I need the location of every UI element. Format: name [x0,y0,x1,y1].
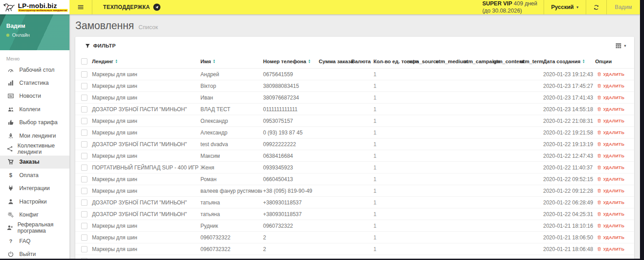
row-checkbox[interactable] [81,95,87,101]
cell-utm-medium [435,139,462,150]
delete-button[interactable]: УДАЛИТЬ [595,222,626,229]
row-checkbox[interactable] [81,153,87,159]
sidebar-item[interactable]: Конфиг [0,208,69,221]
sidebar-item[interactable]: Настройки [0,195,69,208]
delete-button[interactable]: УДАЛИТЬ [595,211,626,217]
sidebar-item[interactable]: Рабочий стол [0,63,69,76]
sidebar-item[interactable]: $ Оплата [0,169,69,182]
cell-currency [350,80,373,92]
delete-button[interactable]: УДАЛИТЬ [595,106,626,113]
page-subtitle: Список [138,24,158,30]
sidebar-item[interactable]: ? FAQ [0,234,69,247]
language-select[interactable]: Русский ▾ [544,0,586,14]
cell-utm-source [409,139,435,150]
cell-quantity: 1 [372,173,409,185]
column-header[interactable]: Лендинг ▲▼ [91,55,199,69]
table-row: Маркеры для шин Максим 0638416684 1 202 [75,150,634,162]
support-button[interactable]: ТЕХПОДДЕРЖКА [92,0,169,14]
table-row: Маркеры для шин Віктор 380988083415 1 2 [75,80,634,92]
column-settings-button[interactable]: ▾ [614,41,628,51]
delete-button[interactable]: УДАЛИТЬ [595,71,626,78]
column-header[interactable]: utm_term ▲▼ [519,55,542,69]
row-checkbox[interactable] [81,234,87,241]
row-checkbox[interactable] [81,141,87,147]
sidebar-item[interactable]: Коллеги [0,103,69,116]
sidebar-item[interactable]: Интеграции [0,182,69,195]
sidebar-item[interactable]: Реферальная программа [0,221,69,234]
sidebar-item[interactable]: Коллективные лендинги [0,142,69,155]
sort-icon: ▲▼ [115,59,118,64]
row-checkbox[interactable] [81,130,87,136]
trash-icon [597,188,601,193]
cell-phone: 0939345923 [262,162,318,173]
row-checkbox[interactable] [81,188,87,194]
row-checkbox[interactable] [81,223,87,229]
sidebar-item[interactable]: Заказы [0,156,69,169]
delete-button[interactable]: УДАЛИТЬ [595,187,626,194]
refresh-button[interactable] [586,0,606,14]
sort-icon: ▲▼ [213,59,216,64]
delete-button[interactable]: УДАЛИТЬ [595,246,626,252]
row-checkbox[interactable] [81,176,87,182]
delete-label: УДАЛИТЬ [603,223,624,228]
select-all-checkbox[interactable] [81,58,87,65]
hamburger-icon [77,4,84,11]
delete-button[interactable]: УДАЛИТЬ [595,164,626,171]
sidebar-item[interactable]: Выбор тарифа [0,116,69,129]
delete-button[interactable]: УДАЛИТЬ [595,94,626,101]
delete-button[interactable]: УДАЛИТЬ [595,199,626,206]
cell-phone: +380930118537 [262,197,318,208]
column-header[interactable]: Сумма заказа ▲▼ [318,55,350,69]
row-checkbox[interactable] [81,165,87,171]
row-checkbox[interactable] [81,118,87,124]
sidebar-item[interactable]: Выйти [0,247,69,260]
delete-button[interactable]: УДАЛИТЬ [595,176,626,182]
row-checkbox[interactable] [81,211,87,217]
topbar-username[interactable]: Вадим [607,0,640,14]
scrollbar[interactable] [640,0,644,260]
column-header[interactable]: Валюта ▲▼ [350,55,373,69]
trash-icon [597,153,601,158]
filter-button[interactable]: ФИЛЬТР [85,43,116,48]
delete-button[interactable]: УДАЛИТЬ [595,141,626,147]
delete-label: УДАЛИТЬ [603,235,624,240]
row-checkbox[interactable] [81,71,87,78]
sidebar-item[interactable]: Мои лендинги [0,129,69,142]
logo[interactable]: LP-mobi.biz Конструктор мобильных лендин… [0,0,69,14]
cell-utm-campaign [462,104,492,115]
delete-button[interactable]: УДАЛИТЬ [595,129,626,136]
row-checkbox[interactable] [81,83,87,89]
cell-landing: Маркеры для шин [91,173,199,185]
sidebar-toggle-button[interactable] [69,0,92,14]
user-panel: Вадим Онлайн [0,14,69,50]
cell-created: 2020-01-22 06:28:49 [542,197,594,208]
row-checkbox[interactable] [81,106,87,113]
column-header[interactable]: Имя ▲▼ [199,55,262,69]
column-header[interactable]: utm_content ▲▼ [492,55,519,69]
column-header[interactable]: Кол-во ед. товара ▲▼ [372,55,409,69]
language-label: Русский [551,4,574,10]
trash-icon [597,72,601,77]
delete-button[interactable]: УДАЛИТЬ [595,152,626,159]
sidebar-item[interactable]: Новости [0,90,69,103]
cell-options: УДАЛИТЬ [594,220,634,232]
table-row: Маркеры для шин валеев фанур рустямович … [75,185,634,197]
cell-created: 2020-01-21 18:10:16 [542,220,594,232]
column-header[interactable]: utm_medium ▲▼ [435,55,462,69]
sidebar-item-label: Конфиг [19,212,39,218]
delete-button[interactable]: УДАЛИТЬ [595,117,626,124]
column-header[interactable]: utm_campaign ▲▼ [462,55,492,69]
cell-phone: 0638416684 [262,150,318,162]
sidebar-item[interactable]: Статистика [0,76,69,89]
row-checkbox[interactable] [81,199,87,206]
column-header[interactable]: utm_source ▲▼ [409,55,435,69]
delete-button[interactable]: УДАЛИТЬ [595,234,626,241]
row-checkbox[interactable] [81,246,87,252]
column-header[interactable]: Номер телефона ▲▼ [262,55,318,69]
cell-currency [350,185,373,197]
column-header[interactable]: Дата создания ▲▼ [542,55,594,69]
delete-button[interactable]: УДАЛИТЬ [595,82,626,89]
cell-landing: Маркеры для шин [91,80,199,92]
column-header[interactable]: Опции ▲▼ [594,55,634,69]
cell-phone: 380988083415 [262,80,318,92]
